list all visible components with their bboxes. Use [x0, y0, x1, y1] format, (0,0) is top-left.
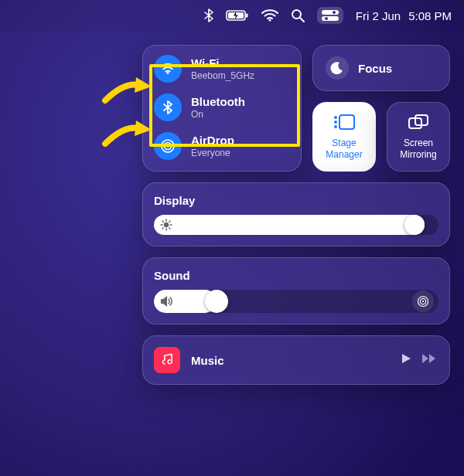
- music-app-icon: [154, 347, 180, 373]
- svg-line-25: [162, 221, 163, 222]
- svg-point-3: [268, 19, 271, 21]
- connectivity-card: Wi-Fi Beebom_5GHz Bluetooth On: [142, 45, 302, 172]
- svg-point-20: [164, 223, 169, 227]
- svg-line-5: [300, 18, 304, 22]
- svg-point-9: [325, 17, 328, 20]
- sound-card: Sound: [142, 257, 450, 325]
- stage-manager-toggle[interactable]: Stage Manager: [312, 102, 376, 172]
- svg-point-31: [422, 301, 424, 302]
- airdrop-icon: [154, 132, 182, 160]
- airplay-audio-button[interactable]: [412, 291, 434, 312]
- bluetooth-icon: [154, 94, 182, 121]
- bluetooth-toggle[interactable]: Bluetooth On: [154, 94, 290, 121]
- stage-manager-label-2: Manager: [326, 149, 362, 160]
- sound-slider-knob[interactable]: [205, 290, 228, 313]
- wifi-sub: Beebom_5GHz: [191, 70, 254, 81]
- display-title: Display: [154, 194, 438, 207]
- svg-rect-6: [322, 10, 339, 15]
- focus-toggle[interactable]: Focus: [312, 45, 450, 91]
- screen-mirroring-label-2: Mirroring: [400, 149, 436, 160]
- svg-point-16: [334, 121, 337, 124]
- wifi-menu-icon[interactable]: [261, 9, 278, 22]
- svg-line-26: [169, 228, 170, 229]
- battery-menu-icon[interactable]: [226, 9, 249, 22]
- airdrop-title: AirDrop: [191, 134, 234, 148]
- display-slider[interactable]: [154, 215, 438, 235]
- screen-mirroring-icon: [408, 114, 429, 133]
- stage-manager-label-1: Stage: [332, 138, 356, 148]
- svg-point-10: [167, 72, 169, 74]
- stage-manager-icon: [333, 114, 356, 133]
- svg-rect-14: [339, 115, 354, 129]
- moon-icon: [326, 56, 349, 80]
- airdrop-sub: Everyone: [191, 148, 234, 158]
- spotlight-menu-icon[interactable]: [291, 8, 305, 22]
- menubar-datetime[interactable]: Fri 2 Jun 5:08 PM: [356, 9, 452, 22]
- display-card: Display: [142, 182, 450, 246]
- svg-line-28: [169, 221, 170, 222]
- sound-slider[interactable]: [154, 290, 438, 313]
- svg-line-27: [162, 228, 163, 229]
- bluetooth-menu-icon[interactable]: [204, 8, 213, 22]
- wifi-toggle[interactable]: Wi-Fi Beebom_5GHz: [154, 55, 290, 83]
- music-card[interactable]: Music: [142, 335, 450, 385]
- bluetooth-sub: On: [191, 109, 245, 120]
- focus-label: Focus: [358, 62, 392, 75]
- screen-mirroring-toggle[interactable]: Screen Mirroring: [387, 102, 450, 172]
- play-button[interactable]: [400, 352, 412, 368]
- control-center-panel: Wi-Fi Beebom_5GHz Bluetooth On: [142, 45, 450, 385]
- bluetooth-title: Bluetooth: [191, 95, 245, 109]
- display-slider-fill: [154, 215, 425, 235]
- svg-point-17: [334, 125, 337, 128]
- wifi-icon: [154, 55, 182, 83]
- volume-icon: [160, 295, 174, 308]
- airdrop-toggle[interactable]: AirDrop Everyone: [154, 132, 290, 160]
- music-label: Music: [191, 354, 389, 367]
- menubar-time: 5:08 PM: [408, 9, 452, 22]
- svg-rect-8: [322, 16, 339, 21]
- control-center-menu-icon[interactable]: [317, 7, 343, 24]
- sound-title: Sound: [154, 269, 438, 282]
- svg-point-15: [334, 116, 337, 119]
- svg-point-13: [166, 144, 169, 147]
- brightness-icon: [160, 219, 172, 231]
- menubar: Fri 2 Jun 5:08 PM: [0, 0, 464, 31]
- menubar-date: Fri 2 Jun: [356, 9, 401, 22]
- display-slider-knob[interactable]: [404, 215, 425, 235]
- svg-point-7: [333, 11, 336, 14]
- wifi-title: Wi-Fi: [191, 56, 254, 70]
- svg-rect-1: [246, 14, 248, 18]
- next-track-button[interactable]: [421, 352, 438, 368]
- screen-mirroring-label-1: Screen: [404, 138, 433, 148]
